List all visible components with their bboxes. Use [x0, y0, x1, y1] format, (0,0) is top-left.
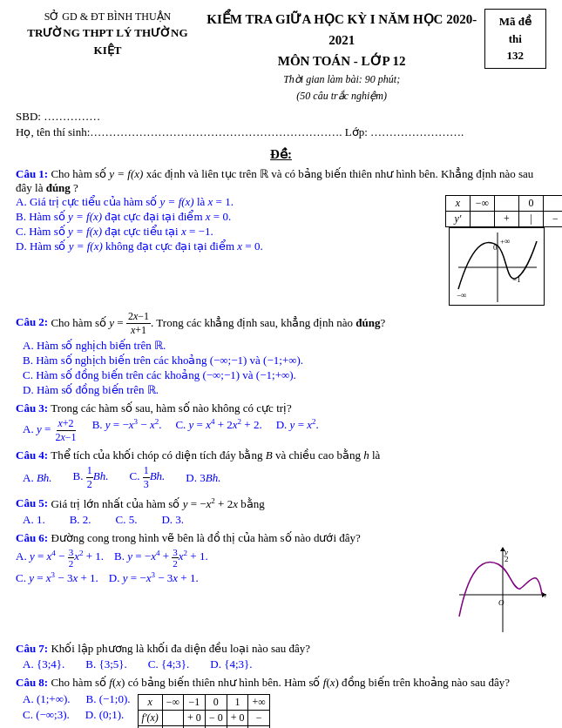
q2-options: A. Hàm số nghịch biến trên ℝ. B. Hàm số …: [23, 339, 546, 397]
q6-text: Câu 6: Đường cong trong hình vẽ bên là đ…: [16, 531, 546, 545]
q8-content: A. (1;+∞). B. (−1;0). C. (−∞;3). D. (0;1…: [16, 692, 546, 728]
q7-optB: B. {3;5}.: [85, 657, 127, 671]
q8-body: Cho hàm số f(x) có bảng biến thiên như h…: [51, 676, 510, 689]
page-header: SỞ GD & ĐT BÌNH THUẬN TRƯỜNG THPT LÝ THƯ…: [16, 9, 546, 104]
q8-label: Câu 8:: [16, 676, 48, 689]
q6-options-row2: C. y = x3 − 3x + 1. D. y = −x3 − 3x + 1.: [16, 570, 447, 585]
q8-options2: C. (−∞;3). D. (0;1).: [23, 708, 131, 722]
school-name: TRƯỜNG THPT LÝ THƯỜNG KIỆT: [16, 24, 200, 58]
q3-optD: D. y = x2.: [276, 417, 319, 444]
q8-options: A. (1;+∞). B. (−1;0).: [23, 692, 131, 706]
q5-options: A. 1. B. 2. C. 5. D. 3.: [23, 513, 546, 527]
q8-text: Câu 8: Cho hàm số f(x) có bảng biến thiê…: [16, 676, 546, 690]
q1-optB: B. Hàm số y = f(x) đạt cực đại tại điểm …: [16, 210, 442, 224]
graph-q1: +∞ 0 −1 −∞: [449, 227, 545, 306]
exam-title-line1: KIỂM TRA GIỮA HỌC KỲ I NĂM HỌC 2020-2021: [200, 9, 484, 51]
q6-options-row: A. y = x4 − 32x2 + 1. B. y = −x4 + 32x2 …: [16, 547, 447, 569]
q1-optC: C. Hàm số y = f(x) đạt cực tiểu tại x = …: [16, 225, 442, 239]
q1-content: A. Giá trị cực tiểu của hàm số y = f(x) …: [16, 195, 546, 306]
variation-table-q8: x−∞−101+∞ f'(x)+ 0− 0+ 0− f(x) 3 3: [138, 694, 270, 728]
question-8: Câu 8: Cho hàm số f(x) có bảng biến thiê…: [16, 676, 546, 728]
q8-optB: B. (−1;0).: [86, 692, 131, 706]
svg-text:2: 2: [504, 555, 509, 563]
exam-code-box: Mã đề thi 132: [484, 9, 547, 69]
q4-optA: A. Bh.: [23, 471, 52, 485]
ma-de-label: Mã đề thi: [492, 13, 539, 47]
question-5: Câu 5: Giá trị lớn nhất của hàm số y = −…: [16, 495, 546, 526]
question-7: Câu 7: Khối lập phương là khối đa diện đ…: [16, 642, 546, 671]
exam-format: (50 câu trắc nghiệm): [200, 88, 484, 104]
exam-title-line2: MÔN TOÁN - LỚP 12: [200, 51, 484, 71]
q6-content: A. y = x4 − 32x2 + 1. B. y = −x4 + 32x2 …: [16, 547, 546, 637]
q1-table-graph: x−∞01+∞ y'+|−0+ +∞ 0 −1 −∞: [442, 195, 546, 306]
q3-optA: A. y = x+22x−1: [23, 417, 78, 444]
q8-optA: A. (1;+∞).: [23, 692, 71, 706]
q6-optC: C. y = x3 − 3x + 1.: [16, 570, 98, 585]
hoten-field: Họ, tên thí sinh:………………………………………………………….…: [16, 125, 546, 139]
svg-text:x: x: [544, 590, 546, 599]
exam-duration: Thời gian làm bài: 90 phút;: [200, 71, 484, 88]
q6-graph: x y O 2: [450, 547, 546, 637]
q2-optD: D. Hàm số đồng biến trên ℝ.: [23, 383, 546, 397]
ma-de-number: 132: [492, 47, 539, 64]
q3-options: A. y = x+22x−1 B. y = −x3 − x2. C. y = x…: [23, 417, 546, 444]
q4-options: A. Bh. B. 12Bh. C. 13Bh. D. 3Bh.: [23, 464, 546, 491]
q6-label: Câu 6:: [16, 531, 48, 544]
svg-text:−∞: −∞: [457, 291, 467, 300]
q1-optA: A. Giá trị cực tiểu của hàm số y = f(x) …: [16, 195, 442, 209]
exam-section-title: Đề:: [16, 146, 546, 162]
q7-label: Câu 7:: [16, 642, 48, 655]
q2-label: Câu 2:: [16, 316, 48, 329]
q7-optA: A. {3;4}.: [23, 657, 64, 671]
q2-optB: B. Hàm số nghịch biến trên các khoảng (−…: [23, 354, 546, 367]
q4-optB: B. 12Bh.: [73, 464, 109, 491]
q8-table: x−∞−101+∞ f'(x)+ 0− 0+ 0− f(x) 3 3 −∞: [138, 694, 270, 728]
question-1: Câu 1: Cho hàm số y = f(x) xác định và l…: [16, 167, 546, 306]
q7-optD: D. {4;3}.: [210, 657, 252, 671]
q4-optD: D. 3Bh.: [186, 471, 220, 485]
q1-body: Cho hàm số y = f(x) xác định và liên tục…: [16, 167, 533, 194]
q8-optC: C. (−∞;3).: [23, 708, 70, 722]
svg-text:O: O: [498, 598, 504, 607]
svg-text:+∞: +∞: [500, 237, 511, 246]
question-4: Câu 4: Thể tích của khối chóp có diện tí…: [16, 448, 546, 491]
exam-info: KIỂM TRA GIỮA HỌC KỲ I NĂM HỌC 2020-2021…: [200, 9, 484, 104]
q1-text: Câu 1: Cho hàm số y = f(x) xác định và l…: [16, 167, 546, 195]
svg-text:0: 0: [493, 243, 498, 252]
q3-optB: B. y = −x3 − x2.: [92, 417, 162, 444]
q1-options: A. Giá trị cực tiểu của hàm số y = f(x) …: [16, 195, 442, 254]
svg-text:−1: −1: [512, 275, 521, 284]
q8-options-col: A. (1;+∞). B. (−1;0). C. (−∞;3). D. (0;1…: [16, 692, 131, 722]
q2-optC: C. Hàm số đồng biến trên các khoảng (−∞;…: [23, 368, 546, 382]
q2-body: Cho hàm số y = 2x−1x+1. Trong các khẳng …: [51, 316, 385, 329]
q6-optB: B. y = −x4 + 32x2 + 1.: [114, 547, 208, 569]
q5-body: Giá trị lớn nhất của hàm số y = −x2 + 2x…: [51, 497, 264, 510]
q5-label: Câu 5:: [16, 497, 48, 510]
school-info: SỞ GD & ĐT BÌNH THUẬN TRƯỜNG THPT LÝ THƯ…: [16, 9, 200, 58]
question-3: Câu 3: Trong các hàm số sau, hàm số nào …: [16, 401, 546, 444]
q2-optA: A. Hàm số nghịch biến trên ℝ.: [23, 339, 546, 353]
q3-label: Câu 3:: [16, 401, 48, 415]
q7-options: A. {3;4}. B. {3;5}. C. {4;3}. D. {4;3}.: [23, 657, 546, 671]
sbd-field: SBD: ……………: [16, 110, 546, 124]
q5-optB: B. 2.: [70, 513, 91, 527]
q5-optA: A. 1.: [23, 513, 45, 527]
q6-body: Đường cong trong hình vẽ bên là đồ thị c…: [51, 531, 360, 544]
q1-optD: D. Hàm số y = f(x) không đạt cực đại tại…: [16, 239, 442, 253]
q8-optD: D. (0;1).: [85, 708, 124, 722]
q4-label: Câu 4:: [16, 448, 48, 462]
q7-body: Khối lập phương là khối đa diện đều loại…: [51, 642, 310, 655]
q6-optA: A. y = x4 − 32x2 + 1.: [16, 547, 104, 569]
q6-options: A. y = x4 − 32x2 + 1. B. y = −x4 + 32x2 …: [16, 547, 447, 585]
q7-optC: C. {4;3}.: [148, 657, 190, 671]
q1-label: Câu 1:: [16, 167, 48, 180]
department-name: SỞ GD & ĐT BÌNH THUẬN: [16, 9, 200, 24]
q3-body: Trong các hàm số sau, hàm số nào không c…: [51, 401, 292, 415]
variation-table-q1: x−∞01+∞ y'+|−0+: [445, 195, 562, 227]
q5-optC: C. 5.: [116, 513, 138, 527]
q4-body: Thể tích của khối chóp có diện tích đáy …: [51, 448, 380, 462]
q5-optD: D. 3.: [161, 513, 184, 527]
q3-optC: C. y = x4 + 2x2 + 2.: [175, 417, 261, 444]
question-6: Câu 6: Đường cong trong hình vẽ bên là đ…: [16, 531, 546, 637]
q6-optD: D. y = −x3 − 3x + 1.: [109, 570, 199, 585]
